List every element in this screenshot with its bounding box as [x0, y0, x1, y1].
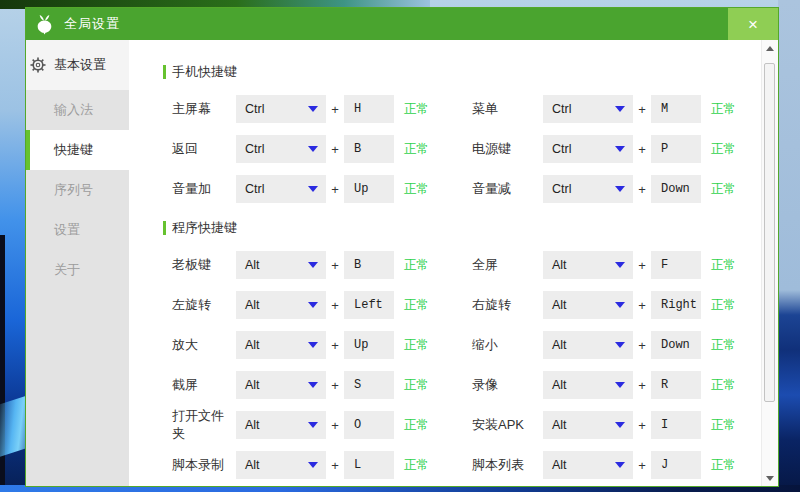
- shortcut-cell: 主屏幕Ctrl+H正常: [172, 95, 472, 123]
- modifier-dropdown[interactable]: Alt: [236, 411, 326, 439]
- key-value: B: [354, 142, 361, 156]
- key-input[interactable]: Up: [344, 175, 394, 203]
- vertical-scrollbar[interactable]: [761, 40, 778, 486]
- shortcut-cell: 脚本录制Alt+L正常: [172, 451, 472, 479]
- modifier-value: Alt: [552, 458, 615, 472]
- chevron-down-icon: [308, 262, 318, 268]
- key-input[interactable]: Down: [651, 175, 701, 203]
- key-input[interactable]: O: [344, 411, 394, 439]
- plus-sign: +: [633, 258, 651, 273]
- sidebar-primary-label: 基本设置: [54, 56, 106, 74]
- modifier-dropdown[interactable]: Alt: [236, 451, 326, 479]
- modifier-dropdown[interactable]: Ctrl: [543, 135, 633, 163]
- modifier-value: Alt: [245, 298, 308, 312]
- modifier-dropdown[interactable]: Alt: [236, 291, 326, 319]
- modifier-dropdown[interactable]: Alt: [543, 451, 633, 479]
- modifier-dropdown[interactable]: Alt: [543, 251, 633, 279]
- sidebar-item-input-method[interactable]: 输入法: [26, 90, 129, 130]
- modifier-dropdown[interactable]: Ctrl: [236, 135, 326, 163]
- key-value: H: [354, 102, 361, 116]
- modifier-dropdown[interactable]: Ctrl: [236, 175, 326, 203]
- key-input[interactable]: M: [651, 95, 701, 123]
- shortcut-cell: 电源键Ctrl+P正常: [472, 135, 761, 163]
- shortcut-label: 安装APK: [472, 416, 543, 434]
- status-text: 正常: [404, 257, 429, 274]
- sidebar-item-label: 序列号: [54, 181, 93, 199]
- sidebar-item-label: 设置: [54, 221, 80, 239]
- key-input[interactable]: B: [344, 135, 394, 163]
- shortcut-label: 返回: [172, 140, 236, 158]
- sidebar-item-shortcuts[interactable]: 快捷键: [26, 130, 129, 170]
- sidebar-item-basic-settings[interactable]: 基本设置: [26, 40, 129, 90]
- modifier-dropdown[interactable]: Alt: [236, 251, 326, 279]
- phone-shortcut-rows: 主屏幕Ctrl+H正常菜单Ctrl+M正常返回Ctrl+B正常电源键Ctrl+P…: [129, 89, 761, 209]
- modifier-dropdown[interactable]: Alt: [543, 371, 633, 399]
- modifier-value: Alt: [245, 378, 308, 392]
- status-text: 正常: [711, 417, 736, 434]
- status-text: 正常: [711, 337, 736, 354]
- scrollbar-thumb[interactable]: [764, 63, 775, 402]
- status-text: 正常: [404, 457, 429, 474]
- modifier-dropdown[interactable]: Alt: [236, 331, 326, 359]
- key-input[interactable]: B: [344, 251, 394, 279]
- modifier-dropdown[interactable]: Ctrl: [236, 95, 326, 123]
- gear-icon: [30, 57, 46, 73]
- close-icon: ×: [748, 16, 758, 33]
- sidebar-item-serial-number[interactable]: 序列号: [26, 170, 129, 210]
- status-text: 正常: [711, 297, 736, 314]
- section-accent-bar: [163, 65, 166, 79]
- modifier-value: Alt: [552, 418, 615, 432]
- plus-sign: +: [633, 298, 651, 313]
- shortcut-cell: 录像Alt+R正常: [472, 371, 761, 399]
- section-title-text: 程序快捷键: [172, 219, 237, 237]
- modifier-dropdown[interactable]: Ctrl: [543, 95, 633, 123]
- radish-icon: [35, 14, 54, 35]
- key-input[interactable]: Down: [651, 331, 701, 359]
- key-input[interactable]: R: [651, 371, 701, 399]
- settings-content: 手机快捷键 主屏幕Ctrl+H正常菜单Ctrl+M正常返回Ctrl+B正常电源键…: [129, 40, 778, 486]
- shortcut-label: 放大: [172, 336, 236, 354]
- key-value: M: [661, 102, 668, 116]
- key-input[interactable]: Right: [651, 291, 701, 319]
- key-input[interactable]: F: [651, 251, 701, 279]
- plus-sign: +: [633, 418, 651, 433]
- key-input[interactable]: Up: [344, 331, 394, 359]
- shortcut-row: 左旋转Alt+Left正常右旋转Alt+Right正常: [129, 285, 761, 325]
- modifier-dropdown[interactable]: Alt: [543, 411, 633, 439]
- scrollbar-up-button[interactable]: [762, 40, 778, 56]
- sidebar-item-about[interactable]: 关于: [26, 250, 129, 290]
- key-input[interactable]: H: [344, 95, 394, 123]
- status-text: 正常: [711, 101, 736, 118]
- modifier-value: Alt: [552, 298, 615, 312]
- modifier-dropdown[interactable]: Ctrl: [543, 175, 633, 203]
- modifier-value: Alt: [245, 458, 308, 472]
- status-text: 正常: [404, 101, 429, 118]
- key-input[interactable]: J: [651, 451, 701, 479]
- key-value: O: [354, 418, 361, 432]
- chevron-down-icon: [308, 462, 318, 468]
- shortcut-row: 返回Ctrl+B正常电源键Ctrl+P正常: [129, 129, 761, 169]
- key-input[interactable]: S: [344, 371, 394, 399]
- shortcut-label: 主屏幕: [172, 100, 236, 118]
- sidebar-item-settings[interactable]: 设置: [26, 210, 129, 250]
- status-text: 正常: [404, 141, 429, 158]
- chevron-down-icon: [308, 382, 318, 388]
- key-input[interactable]: I: [651, 411, 701, 439]
- modifier-dropdown[interactable]: Alt: [543, 291, 633, 319]
- shortcut-row: 老板键Alt+B正常全屏Alt+F正常: [129, 245, 761, 285]
- chevron-down-icon: [615, 106, 625, 112]
- titlebar[interactable]: 全局设置 ×: [26, 8, 778, 40]
- key-value: Up: [354, 338, 368, 352]
- key-value: P: [661, 142, 668, 156]
- chevron-down-icon: [615, 146, 625, 152]
- plus-sign: +: [326, 298, 344, 313]
- chevron-down-icon: [615, 302, 625, 308]
- key-input[interactable]: P: [651, 135, 701, 163]
- sidebar-item-label: 快捷键: [54, 141, 93, 159]
- scrollbar-down-button[interactable]: [762, 470, 778, 486]
- key-input[interactable]: Left: [344, 291, 394, 319]
- key-input[interactable]: L: [344, 451, 394, 479]
- modifier-dropdown[interactable]: Alt: [543, 331, 633, 359]
- close-button[interactable]: ×: [728, 8, 778, 40]
- modifier-dropdown[interactable]: Alt: [236, 371, 326, 399]
